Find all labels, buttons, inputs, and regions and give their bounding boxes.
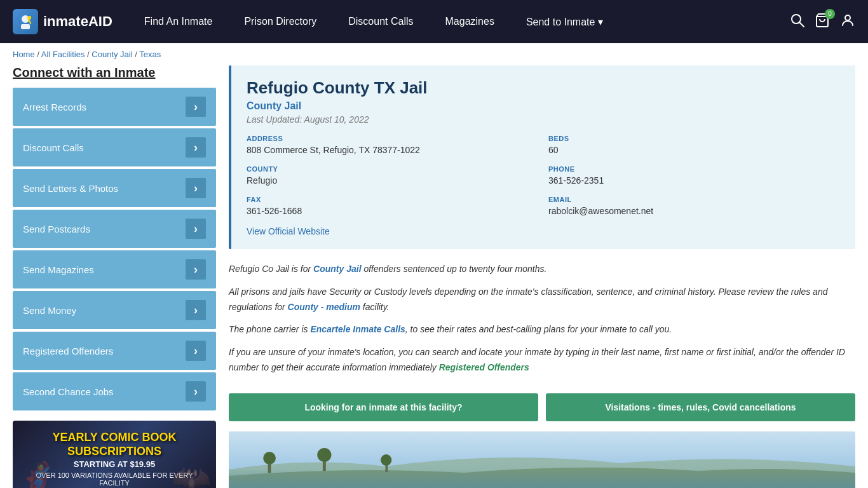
sidebar-arrow: › bbox=[186, 219, 206, 239]
main-content: Refugio County TX Jail County Jail Last … bbox=[229, 65, 855, 488]
email-value: rabolcik@awesomenet.net bbox=[548, 206, 840, 216]
user-icon[interactable] bbox=[840, 13, 855, 31]
facility-updated: Last Updated: August 10, 2022 bbox=[247, 114, 840, 125]
svg-rect-1 bbox=[21, 24, 30, 29]
breadcrumb-texas[interactable]: Texas bbox=[139, 50, 161, 59]
facility-type: County Jail bbox=[247, 100, 840, 112]
county-label: COUNTY bbox=[247, 165, 538, 173]
cart-icon[interactable]: 0 bbox=[815, 13, 830, 31]
breadcrumb: Home / All Facilities / County Jail / Te… bbox=[0, 43, 868, 65]
address-value: 808 Commerce St, Refugio, TX 78377-1022 bbox=[247, 145, 538, 155]
email-label: EMAIL bbox=[548, 196, 840, 203]
sidebar-item-label: Send Postcards bbox=[23, 224, 90, 234]
fax-label: FAX bbox=[247, 196, 538, 203]
sidebar-item-label: Send Money bbox=[23, 305, 76, 316]
sidebar-item-registered-offenders[interactable]: Registered Offenders › bbox=[13, 332, 216, 370]
ad-banner-price: STARTING AT $19.95 bbox=[74, 459, 155, 469]
phone-label: PHONE bbox=[548, 165, 840, 173]
county-jail-link[interactable]: County Jail bbox=[313, 264, 361, 274]
county-value: Refugio bbox=[247, 175, 538, 186]
facility-name: Refugio County TX Jail bbox=[247, 78, 840, 98]
sidebar: Connect with an Inmate Arrest Records › … bbox=[13, 65, 216, 488]
website-link[interactable]: View Official Website bbox=[247, 226, 330, 236]
find-inmate-button[interactable]: Looking for an inmate at this facility? bbox=[229, 393, 538, 421]
sidebar-item-label: Send Letters & Photos bbox=[23, 183, 118, 194]
svg-point-6 bbox=[845, 15, 850, 20]
phone-value: 361-526-2351 bbox=[548, 175, 840, 186]
description-para1: Refugio Co Jail is for County Jail offen… bbox=[229, 262, 855, 277]
svg-point-2 bbox=[27, 16, 31, 20]
fax-value: 361-526-1668 bbox=[247, 206, 538, 216]
breadcrumb-county-jail[interactable]: County Jail bbox=[92, 50, 132, 59]
county-medium-link[interactable]: County - medium bbox=[288, 302, 360, 312]
nav-magazines[interactable]: Magazines bbox=[433, 10, 507, 34]
logo[interactable]: inmateAID bbox=[13, 9, 112, 34]
nav-discount-calls[interactable]: Discount Calls bbox=[336, 10, 426, 34]
main-header: inmateAID Find An Inmate Prison Director… bbox=[0, 0, 868, 43]
facility-map bbox=[229, 431, 855, 488]
description-para4: If you are unsure of your inmate's locat… bbox=[229, 345, 855, 376]
breadcrumb-all-facilities[interactable]: All Facilities bbox=[41, 50, 85, 59]
logo-icon bbox=[13, 9, 38, 34]
svg-point-9 bbox=[263, 452, 276, 464]
fax-group: FAX 361-526-1668 bbox=[247, 196, 538, 216]
description-para2: All prisons and jails have Security or C… bbox=[229, 285, 855, 315]
ad-banner-title: YEARLY COMIC BOOKSUBSCRIPTIONS bbox=[52, 431, 176, 458]
ad-banner[interactable]: 🦸 🦇 YEARLY COMIC BOOKSUBSCRIPTIONS START… bbox=[13, 421, 216, 488]
county-group: COUNTY Refugio bbox=[247, 165, 538, 186]
address-group: ADDRESS 808 Commerce St, Refugio, TX 783… bbox=[247, 135, 538, 155]
cart-badge: 0 bbox=[825, 9, 835, 19]
address-label: ADDRESS bbox=[247, 135, 538, 142]
facility-details: ADDRESS 808 Commerce St, Refugio, TX 783… bbox=[247, 135, 840, 216]
description-para3: The phone carrier is Encartele Inmate Ca… bbox=[229, 322, 855, 337]
sidebar-item-label: Second Chance Jobs bbox=[23, 386, 114, 397]
sidebar-arrow: › bbox=[186, 178, 206, 198]
visitations-button[interactable]: Visitations - times, rules, Covid cancel… bbox=[546, 393, 855, 421]
svg-point-11 bbox=[317, 448, 331, 462]
description: Refugio Co Jail is for County Jail offen… bbox=[229, 262, 855, 393]
sidebar-item-label: Send Magazines bbox=[23, 264, 94, 275]
sidebar-item-label: Arrest Records bbox=[23, 102, 86, 112]
sidebar-item-discount-calls[interactable]: Discount Calls › bbox=[13, 128, 216, 166]
header-icons: 0 bbox=[790, 13, 855, 31]
sidebar-arrow: › bbox=[186, 381, 206, 402]
search-icon[interactable] bbox=[790, 13, 804, 30]
sidebar-item-second-chance-jobs[interactable]: Second Chance Jobs › bbox=[13, 372, 216, 410]
facility-card: Refugio County TX Jail County Jail Last … bbox=[229, 65, 855, 249]
sidebar-arrow: › bbox=[186, 97, 206, 117]
sidebar-item-arrest-records[interactable]: Arrest Records › bbox=[13, 88, 216, 126]
sidebar-arrow: › bbox=[186, 300, 206, 320]
sidebar-item-send-money[interactable]: Send Money › bbox=[13, 291, 216, 329]
nav-find-an-inmate[interactable]: Find An Inmate bbox=[132, 10, 226, 34]
sidebar-menu: Arrest Records › Discount Calls › Send L… bbox=[13, 88, 216, 410]
main-nav: Find An Inmate Prison Directory Discount… bbox=[132, 10, 790, 34]
sidebar-arrow: › bbox=[186, 341, 206, 361]
encartele-link[interactable]: Encartele Inmate Calls bbox=[310, 324, 405, 334]
sidebar-item-label: Discount Calls bbox=[23, 142, 84, 153]
sidebar-arrow: › bbox=[186, 259, 206, 280]
sidebar-item-send-postcards[interactable]: Send Postcards › bbox=[13, 210, 216, 248]
beds-value: 60 bbox=[548, 145, 840, 155]
email-group: EMAIL rabolcik@awesomenet.net bbox=[548, 196, 840, 216]
beds-label: BEDS bbox=[548, 135, 840, 142]
svg-point-13 bbox=[381, 454, 391, 466]
sidebar-title: Connect with an Inmate bbox=[13, 65, 216, 80]
beds-group: BEDS 60 bbox=[548, 135, 840, 155]
nav-prison-directory[interactable]: Prison Directory bbox=[231, 10, 329, 34]
sidebar-item-label: Registered Offenders bbox=[23, 346, 113, 356]
svg-line-4 bbox=[799, 22, 804, 27]
phone-group: PHONE 361-526-2351 bbox=[548, 165, 840, 186]
action-buttons: Looking for an inmate at this facility? … bbox=[229, 393, 855, 421]
breadcrumb-home[interactable]: Home bbox=[13, 50, 35, 59]
sidebar-item-send-magazines[interactable]: Send Magazines › bbox=[13, 250, 216, 288]
registered-offenders-link[interactable]: Registered Offenders bbox=[439, 362, 529, 372]
sidebar-arrow: › bbox=[186, 137, 206, 158]
sidebar-item-send-letters[interactable]: Send Letters & Photos › bbox=[13, 169, 216, 207]
logo-text: inmateAID bbox=[43, 13, 112, 30]
view-website[interactable]: View Official Website bbox=[247, 226, 840, 236]
nav-send-to-inmate[interactable]: Send to Inmate ▾ bbox=[513, 10, 616, 34]
main-layout: Connect with an Inmate Arrest Records › … bbox=[0, 65, 868, 488]
